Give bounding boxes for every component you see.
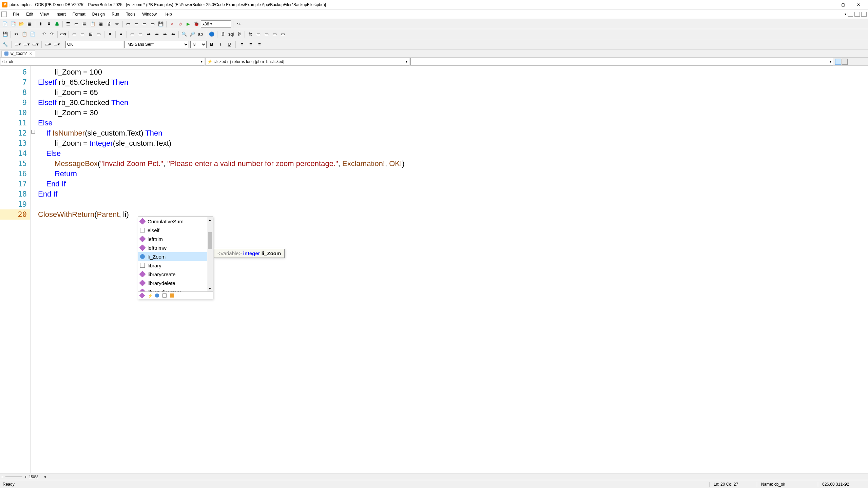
deploy-icon[interactable]: ▭: [141, 20, 148, 28]
scroll-down-icon[interactable]: ▼: [207, 286, 213, 291]
autocomplete-item[interactable]: lefttrimw: [138, 243, 213, 252]
paste-icon[interactable]: 📄: [29, 30, 36, 38]
save-all-icon[interactable]: 💾: [157, 20, 165, 28]
global-icon[interactable]: ▭: [255, 30, 262, 38]
comment-icon[interactable]: ▭: [129, 30, 136, 38]
zoom-out-icon[interactable]: −: [1, 475, 3, 479]
bring-front-icon[interactable]: ▭▾: [44, 41, 52, 48]
find-icon[interactable]: 🔍: [180, 30, 188, 38]
autocomplete-item[interactable]: lefttrim: [138, 235, 213, 243]
menu-design[interactable]: Design: [89, 11, 108, 18]
scroll-left-icon[interactable]: ◂: [44, 474, 46, 479]
debug-icon[interactable]: 🐞: [193, 20, 200, 28]
minimize-button[interactable]: —: [820, 0, 835, 9]
close-button[interactable]: ✕: [851, 0, 866, 9]
code-text-area[interactable]: li_Zoom = 100ElseIf rb_65.Checked Then l…: [36, 66, 868, 479]
autocomplete-item[interactable]: elseif: [138, 226, 213, 235]
db-paint-icon[interactable]: 🛢: [219, 30, 227, 38]
send-back-icon[interactable]: ▭▾: [53, 41, 60, 48]
bookmark-icon[interactable]: ▭: [95, 30, 102, 38]
zoom-track[interactable]: [5, 476, 22, 477]
menu-file[interactable]: File: [9, 11, 23, 18]
redo-icon[interactable]: ↷: [48, 30, 56, 38]
view-layout-button[interactable]: [842, 59, 848, 65]
mdi-child-icon[interactable]: [1, 12, 7, 17]
clip-icon[interactable]: 📋: [89, 20, 96, 28]
control-dropdown[interactable]: cb_ok: [1, 58, 204, 65]
delete-icon[interactable]: ✕: [106, 30, 114, 38]
align-left-icon[interactable]: ▭▾: [14, 41, 21, 48]
paste-spec-icon[interactable]: ▭: [263, 30, 270, 38]
cut-icon[interactable]: ✂: [13, 30, 20, 38]
browse-icon[interactable]: 🔵: [208, 30, 215, 38]
new-icon[interactable]: 📄: [1, 20, 9, 28]
align-c-icon[interactable]: ≡: [247, 41, 254, 48]
menu-format[interactable]: Format: [69, 11, 89, 18]
menu-help[interactable]: Help: [160, 11, 175, 18]
save-icon[interactable]: 💾: [1, 30, 9, 38]
object-text-input[interactable]: [65, 41, 123, 48]
findnext-icon[interactable]: ab: [197, 30, 204, 38]
indent2-icon[interactable]: ➡: [161, 30, 169, 38]
platform-dropdown[interactable]: x86: [201, 20, 231, 28]
copy-icon[interactable]: 📋: [21, 30, 28, 38]
autocomplete-item[interactable]: librarycreate: [138, 270, 213, 279]
library-icon[interactable]: ▭: [73, 20, 80, 28]
autocomplete-item[interactable]: librarydelete: [138, 279, 213, 287]
open-icon[interactable]: 📂: [18, 20, 25, 28]
preview-icon[interactable]: ▦: [26, 20, 33, 28]
paste-fn-icon[interactable]: ▭: [279, 30, 287, 38]
run-icon[interactable]: ▶: [185, 20, 192, 28]
mdi-minimize-button[interactable]: [848, 12, 853, 17]
align-r-icon[interactable]: ≡: [256, 41, 263, 48]
autocomplete-scrollbar[interactable]: ▲ ▼: [207, 217, 213, 291]
output-icon[interactable]: ▦: [97, 20, 104, 28]
autocomplete-item[interactable]: library: [138, 261, 213, 270]
grid-icon[interactable]: ⊞: [87, 30, 94, 38]
tree-icon[interactable]: 🌲: [53, 20, 61, 28]
event-dropdown[interactable]: ⚡clicked ( ) returns long [pbm_bnclicked…: [206, 58, 409, 65]
font-name-dropdown[interactable]: MS Sans Serif: [124, 41, 189, 48]
align-icon[interactable]: ▭: [79, 30, 86, 38]
tab-wzoom[interactable]: w_zoom* ✕: [1, 50, 35, 57]
view-script-button[interactable]: [835, 59, 841, 65]
maximize-button[interactable]: ▢: [835, 0, 851, 9]
menu-tools[interactable]: Tools: [122, 11, 139, 18]
autocomplete-item[interactable]: li_Zoom: [138, 252, 213, 261]
tab-order-icon[interactable]: ▭: [71, 30, 78, 38]
list-icon[interactable]: ☰: [64, 20, 72, 28]
italic-icon[interactable]: I: [217, 41, 224, 48]
dw-icon[interactable]: ▤: [81, 20, 88, 28]
incremental-icon[interactable]: ▭: [124, 20, 132, 28]
mdi-restore-button[interactable]: [854, 12, 860, 17]
skip-icon[interactable]: ✕: [168, 20, 176, 28]
edit-icon[interactable]: ✏: [113, 20, 121, 28]
sql-icon[interactable]: sql: [227, 30, 235, 38]
exit-icon[interactable]: ↪: [235, 20, 243, 28]
underline-icon[interactable]: U: [226, 41, 233, 48]
autocomplete-item[interactable]: CumulativeSum: [138, 217, 213, 226]
bold-icon[interactable]: B: [208, 41, 215, 48]
menu-insert[interactable]: Insert: [52, 11, 69, 18]
selected-obj-icon[interactable]: 🔧: [1, 41, 9, 48]
bp-icon[interactable]: ●: [117, 30, 125, 38]
mdi-close-button[interactable]: [861, 12, 867, 17]
zoom-in-icon[interactable]: +: [24, 475, 26, 479]
menu-chevron-icon[interactable]: ▾: [845, 12, 846, 16]
align-l-icon[interactable]: ≡: [238, 41, 246, 48]
menu-window[interactable]: Window: [139, 11, 160, 18]
menu-edit[interactable]: Edit: [23, 11, 37, 18]
object-icon[interactable]: ▭: [271, 30, 278, 38]
inherit-icon[interactable]: 📑: [9, 20, 17, 28]
menu-run[interactable]: Run: [108, 11, 122, 18]
font-size-dropdown[interactable]: 8: [190, 41, 207, 48]
space-icon[interactable]: ▭▾: [23, 41, 30, 48]
control-icon[interactable]: ▭▾: [59, 30, 67, 38]
uncomment-icon[interactable]: ▭: [137, 30, 144, 38]
outdent-icon[interactable]: ⬅: [153, 30, 160, 38]
size-icon[interactable]: ▭▾: [32, 41, 39, 48]
tree-down-icon[interactable]: ⬇: [45, 20, 53, 28]
menu-view[interactable]: View: [37, 11, 52, 18]
stop-icon[interactable]: ⊘: [176, 20, 184, 28]
db2-icon[interactable]: 🛢: [235, 30, 243, 38]
